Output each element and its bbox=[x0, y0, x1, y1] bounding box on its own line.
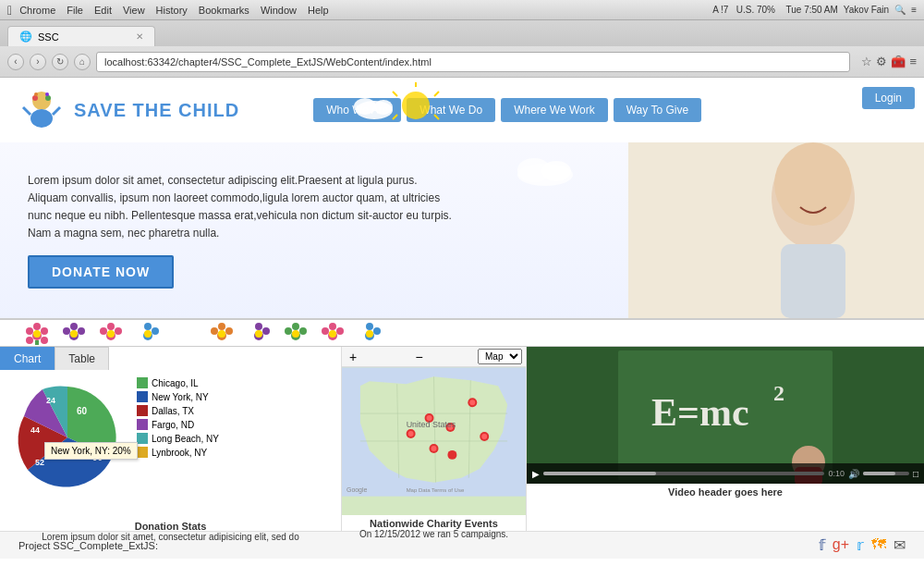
menu-bookmarks[interactable]: Bookmarks bbox=[199, 5, 249, 16]
forward-button[interactable]: › bbox=[30, 54, 46, 70]
svg-text:24: 24 bbox=[46, 396, 55, 405]
charity-events-title: Nationwide Charity Events bbox=[349, 518, 518, 529]
tab-title: SSC bbox=[38, 31, 59, 43]
chart-tooltip: New York, NY: 20% bbox=[44, 442, 138, 460]
facebook-icon[interactable]: 𝕗 bbox=[819, 536, 825, 554]
volume-bar[interactable] bbox=[863, 472, 909, 475]
chart-panel: Chart Table bbox=[0, 347, 342, 531]
rss-icon[interactable]: 🗺 bbox=[871, 536, 886, 554]
map-type-select[interactable]: Map bbox=[478, 349, 522, 364]
tab-chart[interactable]: Chart bbox=[0, 347, 55, 370]
legend-label-longbeach: Long Beach, NY bbox=[152, 434, 219, 444]
home-button[interactable]: ⌂ bbox=[74, 54, 91, 70]
svg-point-3 bbox=[45, 95, 51, 101]
back-button[interactable]: ‹ bbox=[7, 54, 24, 70]
apple-menu-icon[interactable]:  bbox=[7, 3, 12, 18]
svg-line-10 bbox=[434, 92, 439, 96]
svg-point-27 bbox=[33, 323, 41, 330]
volume-icon[interactable]: 🔊 bbox=[848, 469, 859, 479]
email-icon[interactable]: ✉ bbox=[894, 536, 906, 554]
map-panel-footer: Nationwide Charity Events On 12/15/2012 … bbox=[342, 515, 526, 542]
video-progress-bar[interactable] bbox=[543, 472, 824, 475]
svg-text:2: 2 bbox=[773, 381, 784, 405]
svg-point-66 bbox=[329, 330, 336, 338]
refresh-button[interactable]: ↻ bbox=[52, 54, 68, 70]
donate-button[interactable]: DONATE NOW bbox=[28, 255, 174, 289]
logo-text: SAVE THE CHILD bbox=[74, 100, 239, 121]
legend-item-longbeach: Long Beach, NY bbox=[137, 433, 219, 444]
menu-file[interactable]: File bbox=[67, 5, 83, 16]
svg-point-4 bbox=[34, 92, 38, 96]
svg-point-65 bbox=[336, 327, 344, 335]
menu-help[interactable]: Help bbox=[308, 5, 329, 16]
svg-point-29 bbox=[41, 327, 48, 335]
pie-chart: 60 90 52 44 24 New York, NY: 20% bbox=[7, 377, 128, 498]
svg-rect-25 bbox=[781, 244, 845, 318]
chrome-menu-icon[interactable]: ≡ bbox=[909, 55, 917, 68]
menu-history[interactable]: History bbox=[156, 5, 188, 16]
map-zoom-in[interactable]: + bbox=[346, 350, 360, 364]
social-icons: 𝕗 g+ 𝕣 🗺 ✉ bbox=[819, 536, 906, 554]
svg-point-40 bbox=[107, 323, 115, 330]
menu-extra-icon[interactable]: ≡ bbox=[911, 5, 917, 15]
map-view: Google Map Data Terms of Use United Stat… bbox=[342, 367, 526, 515]
play-button[interactable]: ▶ bbox=[532, 469, 540, 479]
legend-color-newyork bbox=[137, 391, 148, 402]
menu-edit[interactable]: Edit bbox=[94, 5, 112, 16]
legend-item-dallas: Dallas, TX bbox=[137, 405, 219, 416]
svg-point-46 bbox=[152, 327, 159, 335]
system-tray: A !7 U.S. 70% Tue 7:50 AM Yakov Fain 🔍 ≡ bbox=[712, 5, 917, 15]
chrome-addressbar: ‹ › ↻ ⌂ localhost:63342/chapter4/SSC_Com… bbox=[0, 46, 924, 78]
legend-item-fargo: Fargo, ND bbox=[137, 419, 219, 430]
nav-way-to-give[interactable]: Way To Give bbox=[614, 98, 701, 122]
svg-point-19 bbox=[541, 161, 571, 181]
svg-point-28 bbox=[26, 327, 33, 335]
volume-fill bbox=[863, 472, 895, 475]
video-placeholder: E=mc 2 ▶ 0:10 🔊 □ bbox=[527, 347, 924, 484]
menu-view[interactable]: View bbox=[123, 5, 145, 16]
svg-point-52 bbox=[218, 330, 225, 338]
svg-text:E=mc: E=mc bbox=[651, 391, 749, 434]
svg-point-58 bbox=[292, 323, 299, 330]
legend-color-longbeach bbox=[137, 433, 148, 444]
menu-window[interactable]: Window bbox=[261, 5, 297, 16]
fullscreen-button[interactable]: □ bbox=[913, 469, 918, 479]
svg-point-45 bbox=[144, 323, 152, 330]
svg-point-49 bbox=[218, 323, 225, 330]
svg-line-7 bbox=[53, 107, 60, 115]
svg-point-43 bbox=[107, 330, 115, 338]
svg-point-42 bbox=[115, 327, 122, 335]
svg-point-60 bbox=[299, 327, 307, 335]
svg-point-37 bbox=[78, 327, 85, 335]
address-text: localhost:63342/chapter4/SSC_Complete_Ex… bbox=[104, 56, 432, 68]
legend-label-chicago: Chicago, IL bbox=[152, 378, 199, 388]
username: Yakov Fain bbox=[844, 5, 889, 15]
hero-text-area: Lorem ipsum dolor sit amet, consectetur … bbox=[0, 154, 480, 308]
svg-text:Map Data  Terms of Use: Map Data Terms of Use bbox=[407, 487, 465, 493]
browser-tab-ssc[interactable]: 🌐 SSC ✕ bbox=[7, 26, 155, 46]
tab-close-button[interactable]: ✕ bbox=[136, 31, 143, 42]
twitter-icon[interactable]: 𝕣 bbox=[857, 536, 864, 554]
website-content: Login SAVE THE CHILD bbox=[0, 78, 924, 577]
bookmark-icon[interactable]: ☆ bbox=[861, 55, 872, 68]
svg-point-89 bbox=[447, 450, 456, 460]
svg-point-50 bbox=[211, 327, 218, 335]
settings-icon[interactable]: ⚙ bbox=[876, 55, 887, 68]
login-button[interactable]: Login bbox=[862, 87, 915, 109]
map-zoom-out[interactable]: − bbox=[412, 350, 427, 364]
header-decoration bbox=[351, 82, 462, 141]
svg-text:52: 52 bbox=[35, 458, 44, 467]
svg-point-38 bbox=[70, 330, 78, 338]
video-panel: E=mc 2 ▶ 0:10 🔊 □ bbox=[527, 347, 924, 531]
tab-favicon: 🌐 bbox=[19, 31, 32, 43]
menu-chrome[interactable]: Chrome bbox=[19, 5, 55, 16]
svg-point-36 bbox=[63, 327, 70, 335]
nav-where-we-work[interactable]: Where We Work bbox=[501, 98, 608, 122]
search-icon[interactable]: 🔍 bbox=[894, 5, 906, 15]
extensions-icon[interactable]: 🧰 bbox=[891, 55, 906, 68]
svg-point-1 bbox=[30, 109, 53, 128]
address-bar[interactable]: localhost:63342/chapter4/SSC_Complete_Ex… bbox=[96, 52, 850, 72]
googleplus-icon[interactable]: g+ bbox=[833, 536, 849, 554]
tab-table[interactable]: Table bbox=[55, 347, 109, 370]
menu-items: Chrome File Edit View History Bookmarks … bbox=[19, 5, 329, 16]
